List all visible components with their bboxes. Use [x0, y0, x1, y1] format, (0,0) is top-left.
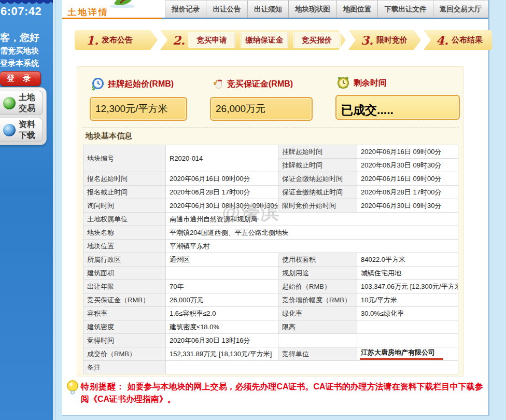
tab-bar: 报价记录 出让公告 出让须知 地块现状图 地图位置 下载出让文件 返回交易大厅 — [165, 0, 488, 18]
table-value-cell: 平潮镇平东村 — [166, 240, 458, 253]
table-label-cell: 地块位置 — [83, 240, 166, 253]
tab-back-to-hall[interactable]: 返回交易大厅 — [433, 1, 488, 18]
table-label-cell: 保证金缴纳截止时间 — [278, 186, 357, 199]
active-tab-underline — [62, 18, 162, 19]
table-label-cell: 地块编号 — [83, 145, 166, 172]
sidebar-item-downloads[interactable]: 资料下载 — [0, 118, 43, 142]
table-value-cell — [166, 267, 278, 280]
tab-transfer-notice[interactable]: 出让公告 — [206, 1, 247, 18]
table-value-cell: 103,347.06万元 [12,300元/平方米] — [357, 280, 458, 293]
table-value-cell: 南通市通州自然资源和规划局 — [166, 213, 458, 226]
table-value-cell: 10元/平方米 — [357, 293, 458, 307]
table-row: 建筑面积规划用途城镇住宅用地 — [83, 267, 458, 280]
table-row: 建筑密度建筑密度≤18.0%限高 — [83, 320, 458, 334]
step-number: 1. — [86, 33, 99, 47]
deposit-label: 竞买保证金(RMB) — [227, 79, 293, 90]
table-row: 地块位置平潮镇平东村 — [83, 240, 458, 253]
login-hint-line1: 需竞买地块 — [0, 46, 39, 56]
table-label-cell: 备注 — [83, 361, 166, 374]
table-row: 出让年限70年起始价（RMB）103,347.06万元 [12,300元/平方米… — [83, 280, 458, 293]
table-label-cell: 限时竞价开始时间 — [278, 199, 357, 213]
table-label-cell: 建筑密度 — [83, 320, 166, 334]
parcel-panel: $ 挂牌起始价(RMB) 12,300元/平方米 竞买保证金(RMB) 26,0… — [77, 66, 463, 376]
table-value-cell: 1.6≤容积率≤2.0 — [166, 307, 278, 320]
step-label: 限时竞价 — [376, 35, 407, 45]
svg-text:$: $ — [92, 85, 95, 91]
table-value-cell: 2020年06月28日 17时00分 — [166, 186, 278, 199]
table-label-cell: 竞得时间 — [83, 334, 166, 347]
visitor-greeting: 客，您好 — [0, 31, 39, 45]
table-value-cell: 152,331.89万元 [18,130元/平方米] — [166, 347, 278, 361]
table-label-cell: 容积率 — [83, 307, 166, 320]
table-label-cell: 土地权属单位 — [83, 213, 166, 226]
reminder-lead: 特别提醒： — [81, 382, 125, 391]
step-results: 4. 公布结果 — [424, 30, 492, 50]
table-value-cell: 建筑密度≤18.0% — [166, 320, 278, 334]
table-label-cell: 报名起始时间 — [83, 172, 166, 186]
clock-icon: $ — [91, 77, 104, 91]
tab-transfer-rules[interactable]: 出让须知 — [247, 1, 288, 18]
sidebar-item-label: 资料下载 — [19, 119, 43, 141]
table-row: 竞得时间2020年06月30日 13时16分 — [83, 334, 458, 347]
table-label-cell: 绿化率 — [278, 307, 357, 320]
table-value-cell: 平潮镇204国道西侧、平五公路北侧地块 — [166, 226, 458, 240]
table-label-cell: 成交价（RMB） — [83, 347, 166, 361]
login-button[interactable]: 登 录 — [0, 71, 41, 86]
table-label-cell: 使用权面积 — [278, 253, 357, 267]
tab-quote-record[interactable]: 报价记录 — [165, 1, 206, 18]
money-icon — [210, 77, 223, 91]
step-number: 2. — [173, 33, 185, 47]
countdown-timer: 6:07:42 — [1, 5, 41, 18]
step-timed-bidding: 3. 限时竞价 — [348, 30, 421, 50]
winning-bidder-highlight: 江苏大唐房地产有限公司 — [360, 348, 443, 360]
table-label-cell: 地块名称 — [83, 226, 166, 240]
remaining-time-label: 剩余时间 — [354, 78, 387, 89]
remaining-time-header: 剩余时间 — [336, 76, 387, 90]
table-row: 容积率1.6≤容积率≤2.0绿化率30.0%≤绿化率 — [83, 307, 458, 320]
table-value-cell: 70年 — [166, 280, 278, 293]
table-value-cell — [166, 361, 458, 374]
table-label-cell: 规划用途 — [278, 267, 357, 280]
section-divider — [82, 127, 459, 128]
tabbar-underline — [162, 18, 488, 19]
sidebar-item-land-trade[interactable]: 土地交易 — [0, 91, 43, 115]
table-row: 成交价（RMB）152,331.89万元 [18,130元/平方米]竞得单位江苏… — [83, 347, 458, 361]
alarm-clock-icon — [336, 76, 350, 90]
bid-quote-button[interactable]: 竞买报价 — [293, 32, 341, 48]
table-value-cell: 2020年06月30日 13时16分 — [166, 334, 278, 347]
tab-parcel-map[interactable]: 地块现状图 — [288, 1, 336, 18]
table-label-cell: 出让年限 — [83, 280, 166, 293]
start-price-value: 12,300元/平方米 — [90, 97, 187, 121]
table-value-cell: 84022.0平方米 — [357, 253, 458, 267]
table-label-cell: 竞得单位 — [278, 347, 357, 361]
table-label-cell: 询问时间 — [83, 199, 166, 213]
step-publish: 1. 发布公告 — [75, 30, 158, 50]
table-label-cell: 挂牌截止时间 — [278, 159, 357, 172]
step-number: 4. — [436, 33, 448, 47]
table-value-cell: 2020年06月16日 09时00分 — [357, 145, 458, 159]
lightbulb-icon — [66, 380, 79, 397]
table-row: 询问时间2020年06月30日 08时30分-09时30分限时竞价开始时间202… — [83, 199, 458, 213]
table-row: 地块名称平潮镇204国道西侧、平五公路北侧地块 — [83, 226, 458, 240]
tab-land-detail[interactable]: 土地详情 — [67, 6, 109, 18]
bid-apply-button[interactable]: 竞买申请 — [188, 32, 235, 48]
gutter-divider — [55, 0, 55, 420]
globe-icon — [3, 97, 16, 109]
tab-map-location[interactable]: 地图位置 — [336, 1, 377, 18]
parcel-info-table: 地块编号R2020-014挂牌起始时间2020年06月16日 09时00分挂牌截… — [83, 145, 458, 374]
sidebar-scallop-edge — [0, 0, 53, 5]
tab-download-files[interactable]: 下载出让文件 — [377, 1, 432, 18]
table-row: 备注 — [83, 361, 458, 374]
table-value-cell: 2020年06月30日 09时30分 — [357, 159, 458, 172]
login-hint-line2: 登录本系统 — [0, 59, 39, 68]
table-value-cell: 2020年06月16日 09时00分 — [357, 172, 458, 186]
table-row: 地块编号R2020-014挂牌起始时间2020年06月16日 09时00分 — [83, 145, 458, 159]
pay-deposit-button[interactable]: 缴纳保证金 — [241, 32, 288, 48]
deposit-value: 26,000万元 — [210, 97, 313, 121]
table-value-cell — [278, 334, 357, 347]
table-value-cell: 通州区 — [166, 253, 278, 267]
table-value-cell: 2020年06月28日 17时00分 — [357, 186, 458, 199]
table-value-cell: 2020年06月30日 08时30分-09时30分 — [166, 199, 278, 213]
table-label-cell: 建筑面积 — [83, 267, 166, 280]
table-label-cell: 保证金缴纳起始时间 — [278, 172, 357, 186]
